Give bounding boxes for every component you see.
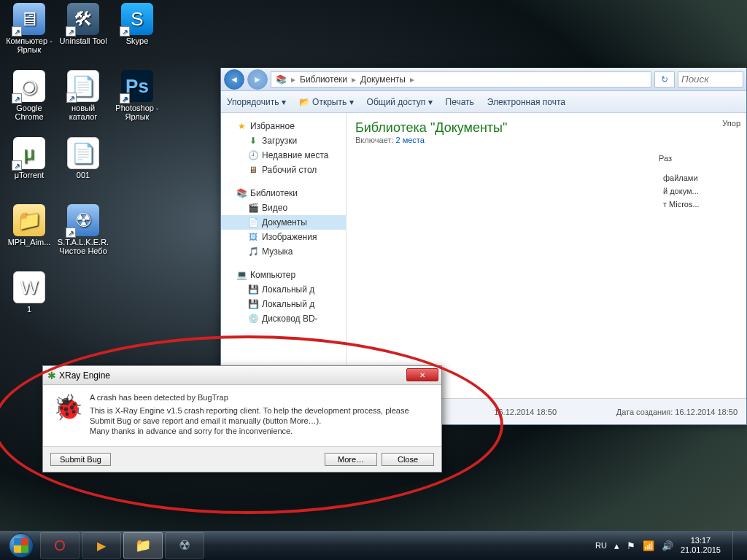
bug-icon: ✱ <box>47 370 56 381</box>
bug-icon: 🐞 <box>53 392 82 421</box>
sidebar-group[interactable]: ★Избранное <box>221 119 346 133</box>
column-header-size[interactable]: Раз <box>659 154 746 163</box>
icon-label: μTorrent <box>15 171 44 179</box>
folder-icon: 📚 <box>276 74 287 85</box>
icon-label: Uninstall Tool <box>59 36 107 45</box>
sidebar-item[interactable]: 🕘Недавние места <box>221 148 346 163</box>
desktop-icon[interactable]: 📄001 <box>57 137 109 200</box>
explorer-sidebar: ★Избранное⬇Загрузки🕘Недавние места🖥Рабоч… <box>221 113 347 398</box>
app-icon: 🖥↗ <box>13 3 45 35</box>
refresh-button[interactable]: ↻ <box>654 71 675 88</box>
desktop-icon[interactable]: 📁MPH_Aim... <box>3 204 55 267</box>
sidebar-item[interactable]: 🎬Видео <box>221 201 346 215</box>
sidebar-item[interactable]: 🖥Рабочий стол <box>221 163 346 177</box>
icon-label: 1 <box>27 305 31 314</box>
sidebar-item[interactable]: 💾Локальный д <box>221 282 346 297</box>
desktop-icon[interactable]: μ↗μTorrent <box>3 137 55 200</box>
app-icon: 🛠↗ <box>67 3 99 35</box>
shortcut-overlay-icon: ↗ <box>120 93 130 104</box>
app-icon: ◉↗ <box>13 70 45 102</box>
shortcut-overlay-icon: ↗ <box>12 26 22 36</box>
drive-icon: 💾 <box>247 298 259 310</box>
system-tray: RU ▴ ⚑ 📶 🔊 13:17 21.01.2015 <box>595 531 743 560</box>
taskbar-mediaplayer[interactable]: ▶ <box>82 532 121 559</box>
toolbar-item[interactable]: Электронная почта <box>487 97 565 107</box>
sidebar-group[interactable]: 📚Библиотеки <box>221 186 346 201</box>
icon-label: Skype <box>126 36 149 45</box>
file-type-fragment: файлами <box>663 171 743 184</box>
shortcut-overlay-icon: ↗ <box>12 160 22 171</box>
toolbar-item[interactable]: Печать <box>446 97 474 107</box>
taskbar-stalker[interactable]: ☢ <box>165 532 204 559</box>
nav-back-button[interactable]: ◄ <box>224 69 244 90</box>
dialog-close-button[interactable]: ✕ <box>406 368 438 381</box>
drive-icon: 💾 <box>247 284 259 295</box>
flag-icon[interactable]: ⚑ <box>627 540 635 551</box>
icon-label: S.T.A.L.K.E.R. Чистое Небо <box>57 238 109 255</box>
start-button[interactable] <box>4 532 38 559</box>
breadcrumb[interactable]: 📚 ▸ Библиотеки ▸ Документы ▸ <box>271 71 651 88</box>
clock[interactable]: 13:17 21.01.2015 <box>681 536 721 555</box>
desktop-icon[interactable]: 🛠↗Uninstall Tool <box>57 3 109 66</box>
file-type-fragment: т Micros... <box>663 198 743 211</box>
crash-dialog: ✱ XRay Engine ✕ 🐞 A crash has been detec… <box>42 365 442 472</box>
search-input[interactable] <box>678 71 743 88</box>
toolbar-item[interactable]: Общий доступ ▾ <box>367 97 433 107</box>
chevron-right-icon: ▸ <box>291 74 295 85</box>
app-icon: μ↗ <box>13 137 45 169</box>
more-button[interactable]: More… <box>325 453 377 466</box>
show-desktop-button[interactable] <box>732 531 740 560</box>
dialog-message: A crash has been detected by BugTrap Thi… <box>90 392 431 436</box>
arrange-label: Упор <box>722 119 740 128</box>
icon-label: 001 <box>77 171 90 179</box>
explorer-content: Библиотека "Документы" Включает: 2 места… <box>347 113 746 398</box>
language-indicator[interactable]: RU <box>595 541 607 550</box>
dialog-titlebar[interactable]: ✱ XRay Engine ✕ <box>43 366 441 385</box>
app-icon: W <box>13 271 45 303</box>
sidebar-item[interactable]: ⬇Загрузки <box>221 133 346 148</box>
shortcut-overlay-icon: ↗ <box>66 93 77 103</box>
toolbar-item[interactable]: 📂 Открыть ▾ <box>299 97 354 107</box>
shortcut-overlay-icon: ↗ <box>66 26 76 36</box>
app-icon: 📄↗ <box>67 70 99 102</box>
close-button[interactable]: Close <box>382 453 434 466</box>
vid-icon: 🎬 <box>247 202 259 214</box>
shortcut-overlay-icon: ↗ <box>120 26 130 36</box>
taskbar-opera[interactable]: O <box>40 532 80 559</box>
library-title: Библиотека "Документы" <box>352 116 740 136</box>
library-locations-link[interactable]: 2 места <box>395 136 424 144</box>
volume-icon[interactable]: 🔊 <box>662 540 673 551</box>
taskbar-explorer[interactable]: 📁 <box>123 532 163 559</box>
img-icon: 🖼 <box>247 231 259 243</box>
sidebar-item[interactable]: 🖼Изображения <box>221 230 346 244</box>
explorer-navbar: ◄ ► 📚 ▸ Библиотеки ▸ Документы ▸ ↻ <box>221 68 746 91</box>
doc-icon: 📄 <box>247 217 259 228</box>
network-icon[interactable]: 📶 <box>643 540 654 551</box>
desktop-icon[interactable]: 📄↗новый каталог <box>57 70 109 133</box>
tray-chevron-icon[interactable]: ▴ <box>614 540 619 551</box>
dialog-buttons: Submit Bug More… Close <box>43 446 441 472</box>
crumb[interactable]: Документы <box>360 74 406 85</box>
app-icon: 📄 <box>67 137 99 169</box>
desktop-icon[interactable]: Ps↗Photoshop - Ярлык <box>111 70 163 133</box>
sidebar-item[interactable]: 💿Дисковод BD- <box>221 311 346 326</box>
desktop-icon[interactable]: ☢↗S.T.A.L.K.E.R. Чистое Небо <box>57 204 109 267</box>
toolbar-item[interactable]: Упорядочить ▾ <box>227 97 286 107</box>
sidebar-group[interactable]: 💻Компьютер <box>221 268 346 282</box>
taskbar: O ▶ 📁 ☢ RU ▴ ⚑ 📶 🔊 13:17 21.01.2015 <box>0 531 747 560</box>
desk-icon: 🖥 <box>247 164 259 176</box>
desktop-icon[interactable]: S↗Skype <box>111 3 163 66</box>
nav-forward-button[interactable]: ► <box>247 69 268 90</box>
submit-bug-button[interactable]: Submit Bug <box>50 453 111 466</box>
crumb[interactable]: Библиотеки <box>300 74 347 85</box>
desktop-icon[interactable]: 🖥↗Компьютер - Ярлык <box>3 3 55 66</box>
sidebar-item[interactable]: 💾Локальный д <box>221 297 346 311</box>
icon-label: Photoshop - Ярлык <box>111 104 163 121</box>
star-icon: ★ <box>236 120 247 132</box>
sidebar-item[interactable]: 📄Документы <box>221 215 346 230</box>
desktop-icon[interactable]: ◉↗Google Chrome <box>3 70 55 133</box>
file-type-fragment: й докум... <box>663 184 743 198</box>
icon-label: Google Chrome <box>3 104 55 121</box>
sidebar-item[interactable]: 🎵Музыка <box>221 244 346 259</box>
desktop-icon[interactable]: W1 <box>3 271 55 334</box>
